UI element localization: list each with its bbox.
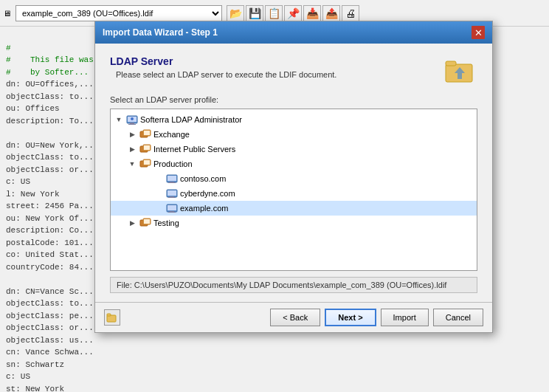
contoso-label: contoso.com xyxy=(180,174,226,183)
folder-svg xyxy=(444,57,475,83)
svg-rect-20 xyxy=(168,176,176,181)
contoso-icon xyxy=(166,173,178,185)
server-select-label: Select an LDAP server profile: xyxy=(110,95,477,104)
testing-icon xyxy=(139,217,151,229)
svg-rect-33 xyxy=(107,314,111,316)
svg-rect-16 xyxy=(144,160,150,165)
production-icon xyxy=(139,158,151,170)
root-icon xyxy=(126,114,138,125)
svg-rect-10 xyxy=(144,131,150,135)
exchange-toggle[interactable] xyxy=(127,129,137,140)
exchange-icon xyxy=(139,128,151,140)
tree-internet-public[interactable]: Internet Public Servers xyxy=(111,142,477,157)
svg-rect-31 xyxy=(144,219,150,224)
internet-toggle[interactable] xyxy=(127,144,137,154)
open-btn[interactable]: 📂 xyxy=(227,5,244,21)
dialog-body: LDAP Server Please select an LDAP server… xyxy=(95,44,492,302)
cyberdyne-icon xyxy=(166,188,178,199)
dialog-header-text: LDAP Server Please select an LDAP server… xyxy=(110,55,336,79)
section-desc: Please select an LDAP server to execute … xyxy=(116,70,336,79)
svg-rect-28 xyxy=(168,205,176,210)
testing-label: Testing xyxy=(153,219,179,227)
file-selector[interactable]: example_com_389 (OU=Offices).ldif xyxy=(15,5,222,21)
example-label: example.com xyxy=(180,204,228,213)
back-button[interactable]: < Back xyxy=(270,309,320,326)
svg-rect-13 xyxy=(144,145,150,150)
file-path: C:\Users\PUZO\Documents\My LDAP Document… xyxy=(134,281,447,289)
footer-right: < Back Next > Import Cancel xyxy=(270,309,483,326)
svg-rect-27 xyxy=(168,212,176,213)
dialog-title: Import Data Wizard - Step 1 xyxy=(103,27,218,38)
print-btn[interactable]: 🖨 xyxy=(342,5,359,21)
svg-rect-23 xyxy=(168,197,176,198)
section-title: LDAP Server xyxy=(110,55,336,67)
dialog-header-section: LDAP Server Please select an LDAP server… xyxy=(110,55,477,85)
svg-rect-5 xyxy=(128,124,136,125)
testing-toggle[interactable] xyxy=(127,218,137,228)
import-btn[interactable]: 📥 xyxy=(303,5,321,21)
exchange-label: Exchange xyxy=(153,130,190,139)
file-label: File: xyxy=(117,281,132,289)
svg-rect-19 xyxy=(168,182,176,183)
close-button[interactable]: ✕ xyxy=(472,26,485,39)
production-toggle[interactable] xyxy=(127,159,137,169)
import-wizard-dialog: Import Data Wizard - Step 1 ✕ LDAP Serve… xyxy=(94,21,493,333)
file-open-icon-btn[interactable] xyxy=(104,309,120,326)
export-btn[interactable]: 📤 xyxy=(322,5,340,21)
svg-point-7 xyxy=(131,117,134,120)
example-icon xyxy=(166,202,178,214)
copy-btn[interactable]: 📋 xyxy=(265,5,283,21)
folder-icon xyxy=(442,55,477,85)
file-path-bar: File: C:\Users\PUZO\Documents\My LDAP Do… xyxy=(110,277,477,293)
root-label: Softerra LDAP Administrator xyxy=(140,115,242,124)
internet-label: Internet Public Servers xyxy=(153,145,235,154)
app-icon: 🖥 xyxy=(3,9,11,18)
production-label: Production xyxy=(153,159,193,168)
dialog-footer: < Back Next > Import Cancel xyxy=(95,302,492,332)
root-toggle[interactable] xyxy=(114,114,124,125)
paste-btn[interactable]: 📌 xyxy=(284,5,302,21)
tree-cyberdyne[interactable]: cyberdyne.com xyxy=(111,186,477,201)
tree-example[interactable]: example.com xyxy=(111,201,477,216)
dialog-titlebar: Import Data Wizard - Step 1 ✕ xyxy=(95,21,492,44)
tree-testing[interactable]: Testing xyxy=(111,216,477,230)
internet-icon xyxy=(139,143,151,155)
next-button[interactable]: Next > xyxy=(325,309,376,326)
save-btn[interactable]: 💾 xyxy=(246,5,263,21)
svg-rect-24 xyxy=(168,190,176,196)
tree-exchange[interactable]: Exchange xyxy=(111,127,477,142)
footer-left xyxy=(104,309,120,326)
import-button[interactable]: Import xyxy=(381,309,429,326)
tree-contoso[interactable]: contoso.com xyxy=(111,171,477,186)
cancel-button[interactable]: Cancel xyxy=(433,309,483,326)
svg-rect-1 xyxy=(446,61,456,66)
tree-production[interactable]: Production xyxy=(111,157,477,171)
cyberdyne-label: cyberdyne.com xyxy=(180,189,235,198)
tree-root[interactable]: Softerra LDAP Administrator xyxy=(111,112,477,127)
ldap-server-tree[interactable]: Softerra LDAP Administrator Exchange Int… xyxy=(110,109,477,271)
